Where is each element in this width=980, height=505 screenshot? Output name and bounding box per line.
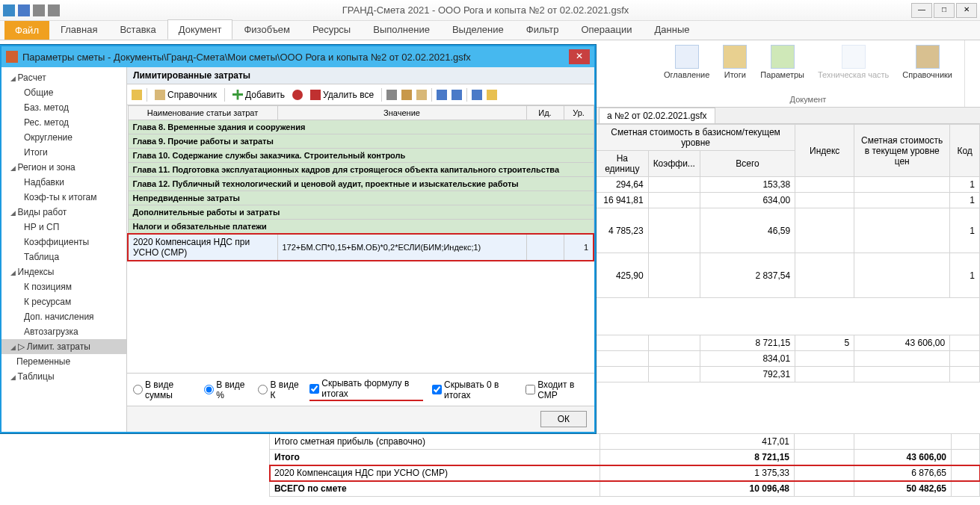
tree-worktypes[interactable]: Виды работ xyxy=(1,205,126,220)
cell-name[interactable]: 2020 Компенсация НДС при УСНО (СМР) xyxy=(128,234,277,261)
chapter-row[interactable]: Непредвиденные затраты xyxy=(128,191,594,205)
tree-item[interactable]: Итоги xyxy=(1,145,126,160)
table-row[interactable]: 425,902 837,541 xyxy=(597,253,980,298)
tab-document[interactable]: Документ xyxy=(167,19,233,40)
limit-grid-wrap[interactable]: Наименование статьи затрат Значение Ид. … xyxy=(127,105,594,373)
open-icon[interactable] xyxy=(487,90,497,100)
chapter-row[interactable]: Глава 12. Публичный технологический и це… xyxy=(128,177,594,191)
tree-indexes[interactable]: Индексы xyxy=(1,264,126,279)
tree-item[interactable]: Коэффициенты xyxy=(1,235,126,250)
tab-operations[interactable]: Операации xyxy=(570,19,643,40)
star-icon[interactable] xyxy=(132,90,142,100)
save-icon[interactable] xyxy=(18,4,30,16)
table-row[interactable]: Итого сметная прибыль (справочно)417,01 xyxy=(270,434,980,450)
tree-item[interactable]: НР и СП xyxy=(1,220,126,235)
table-row[interactable]: 4 785,2346,591 xyxy=(597,208,980,253)
ribbon-group-label: Документ xyxy=(790,95,827,104)
table-row-grand-total[interactable]: ВСЕГО по смете10 096,4850 482,65 xyxy=(270,481,980,497)
btn-add[interactable]: Добавить xyxy=(229,88,288,102)
tree-calc[interactable]: Расчет xyxy=(1,70,126,85)
dialog-icon xyxy=(6,51,18,63)
tree-item[interactable]: Автозагрузка xyxy=(1,324,126,339)
tree-item[interactable]: Доп. начисления xyxy=(1,309,126,324)
selected-row[interactable]: 2020 Компенсация НДС при УСНО (СМР) 172+… xyxy=(128,234,594,261)
maximize-button[interactable]: □ xyxy=(934,3,955,18)
tree-tables[interactable]: Таблицы xyxy=(1,369,126,384)
tab-filter[interactable]: Фильтр xyxy=(515,19,570,40)
col-name: Наименование статьи затрат xyxy=(128,106,277,120)
btn-params[interactable]: Параметры xyxy=(756,43,809,81)
tab-physvol[interactable]: Физобъем xyxy=(232,19,301,40)
tab-data[interactable]: Данные xyxy=(644,19,701,40)
chapter-row[interactable]: Налоги и обязательные платежи xyxy=(128,220,594,235)
tab-resources[interactable]: Ресурсы xyxy=(301,19,362,40)
close-button[interactable]: ✕ xyxy=(956,3,977,18)
down-icon[interactable] xyxy=(452,90,462,100)
chapter-row[interactable]: Глава 11. Подготовка эксплуатационных ка… xyxy=(128,163,594,177)
file-tab[interactable]: Файл xyxy=(4,21,49,40)
table-row-nds[interactable]: 2020 Компенсация НДС при УСНО (СМР)1 375… xyxy=(270,465,980,481)
table-row-total[interactable]: Итого8 721,1543 606,00 xyxy=(270,450,980,465)
chapter-row[interactable]: Дополнительные работы и затраты xyxy=(128,205,594,220)
btn-reference[interactable]: Справочники xyxy=(898,43,957,81)
col-value: Значение xyxy=(277,106,526,120)
tree-limit-costs[interactable]: ▷ Лимит. затраты xyxy=(1,339,126,354)
limit-grid[interactable]: Наименование статьи затрат Значение Ид. … xyxy=(127,105,594,261)
tree-region[interactable]: Регион и зона xyxy=(1,160,126,175)
tab-execution[interactable]: Выполнение xyxy=(362,19,441,40)
chapter-row[interactable]: Глава 10. Содержание службы заказчика. С… xyxy=(128,149,594,163)
btn-delete-all[interactable]: Удалить все xyxy=(307,88,377,102)
table-row[interactable]: 294,64153,381 xyxy=(597,177,980,193)
tree-item[interactable]: Округление xyxy=(1,130,126,145)
tree-item[interactable]: Надбавки xyxy=(1,175,126,190)
cell-id[interactable] xyxy=(526,234,564,261)
tree-item[interactable]: Коэф-ты к итогам xyxy=(1,190,126,205)
dialog-close-button[interactable]: ✕ xyxy=(569,49,590,64)
doc-tab[interactable]: а №2 от 02.02.2021.gsfx xyxy=(599,108,715,123)
tree-item[interactable]: К позициям xyxy=(1,279,126,294)
btn-contents[interactable]: Оглавление xyxy=(659,43,714,81)
save-icon[interactable] xyxy=(472,90,482,100)
chapter-row[interactable]: Глава 8. Временные здания и сооружения xyxy=(128,120,594,134)
col-current-cost: Сметная стоимость в текущем уровне цен xyxy=(854,125,950,177)
btn-reference[interactable]: Справочник xyxy=(152,88,220,102)
radio-pct[interactable]: В виде % xyxy=(204,379,249,400)
copy-icon[interactable] xyxy=(401,90,412,100)
paste-icon[interactable] xyxy=(416,90,427,100)
table-row[interactable]: 834,01 xyxy=(597,351,980,367)
tree-variables[interactable]: Переменные xyxy=(1,354,126,369)
tree-item[interactable]: Баз. метод xyxy=(1,100,126,115)
cell-ur[interactable]: 1 xyxy=(564,234,594,261)
cell-value[interactable]: 172+БМ.СП*0,15+БМ.ОБ)*0,2*ЕСЛИ(БИМ;Индек… xyxy=(277,234,526,261)
tab-home[interactable]: Главная xyxy=(49,19,108,40)
tab-selection[interactable]: Выделение xyxy=(441,19,515,40)
radio-k[interactable]: В виде К xyxy=(258,379,301,400)
chk-in-smr[interactable]: Входит в СМР xyxy=(526,379,588,400)
tab-insert[interactable]: Вставка xyxy=(108,19,167,40)
plus-icon xyxy=(232,90,243,100)
chapter-row[interactable]: Глава 9. Прочие работы и затраты xyxy=(128,134,594,149)
cost-table[interactable]: Сметная стоимость в базисном/текущем уро… xyxy=(596,124,980,382)
minus-icon[interactable] xyxy=(292,90,303,100)
btn-totals[interactable]: Итоги xyxy=(718,43,751,81)
undo-icon[interactable] xyxy=(33,4,45,16)
chk-hide-zero[interactable]: Скрывать 0 в итогах xyxy=(432,379,517,400)
table-row[interactable]: 8 721,15543 606,00 xyxy=(597,335,980,351)
totals-table[interactable]: Итого сметная прибыль (справочно)417,01 … xyxy=(269,433,980,497)
table-row[interactable]: 16 941,81634,001 xyxy=(597,193,980,208)
tree-item[interactable]: Общие xyxy=(1,85,126,100)
tree-item[interactable]: Рес. метод xyxy=(1,115,126,130)
dialog-titlebar[interactable]: Параметры сметы - Документы\Гранд-Смета\… xyxy=(1,46,594,67)
table-row[interactable]: 792,31 xyxy=(597,367,980,382)
chk-hide-formula[interactable]: Скрывать формулу в итогах xyxy=(309,378,423,401)
params-tree[interactable]: Расчет Общие Баз. метод Рес. метод Округ… xyxy=(1,67,127,432)
up-icon[interactable] xyxy=(437,90,447,100)
redo-icon[interactable] xyxy=(48,4,60,16)
tree-item[interactable]: Таблица xyxy=(1,250,126,264)
ok-button[interactable]: ОК xyxy=(540,411,587,427)
col-id: Ид. xyxy=(526,106,564,120)
minimize-button[interactable]: — xyxy=(911,3,932,18)
radio-sum[interactable]: В виде суммы xyxy=(133,379,195,400)
cut-icon[interactable] xyxy=(386,90,397,100)
tree-item[interactable]: К ресурсам xyxy=(1,294,126,309)
